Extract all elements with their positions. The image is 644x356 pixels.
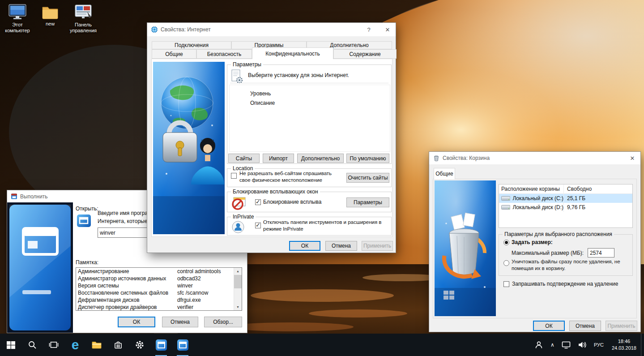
set-size-label: Задать размер: <box>512 239 553 245</box>
show-desktop-button[interactable] <box>641 334 644 356</box>
tab-general[interactable]: Общие <box>152 49 196 59</box>
hidden-icons-button[interactable]: ∧ <box>547 334 558 356</box>
run-ok-button[interactable]: ОК <box>118 317 155 327</box>
taskbar-app-window[interactable] <box>172 334 193 356</box>
desktop-icon-label: new <box>46 21 55 27</box>
advanced-button[interactable]: Дополнительно <box>297 154 344 163</box>
desktop-icon-new-folder[interactable]: new <box>38 4 63 27</box>
table-header[interactable]: Расположение корзины Свободно <box>499 184 632 194</box>
run-cancel-button[interactable]: Отмена <box>162 317 198 327</box>
zone-instruction: Выберите установку для зоны Интернет. <box>248 72 349 78</box>
tab-security[interactable]: Безопасность <box>196 49 252 59</box>
recycle-cancel-button[interactable]: Отмена <box>569 321 601 331</box>
internet-titlebar[interactable]: Свойства: Интернет ? ✕ <box>147 23 396 36</box>
tab-privacy[interactable]: Конфиденциальность <box>252 47 333 59</box>
run-window-title: Выполнить <box>20 193 48 200</box>
scroll-up-icon[interactable]: ▲ <box>234 268 242 275</box>
file-explorer-icon <box>91 340 102 349</box>
popup-settings-button[interactable]: Параметры <box>346 197 389 207</box>
disk-c-free: 25,1 ГБ <box>564 195 585 202</box>
import-button[interactable]: Импорт <box>263 154 294 163</box>
edge-button[interactable]: e <box>64 334 86 356</box>
delete-immediately-radio[interactable] <box>503 260 509 266</box>
popup-blocker-group: Блокирование всплывающих окон Блокирован… <box>227 192 392 212</box>
start-button[interactable] <box>0 334 21 356</box>
run-description-line1: Введите имя програм <box>98 210 151 216</box>
run-browse-button[interactable]: Обзор... <box>204 317 242 327</box>
clear-sites-button[interactable]: Очистить сайты <box>346 173 389 183</box>
inprivate-icon <box>231 220 246 234</box>
store-icon <box>114 340 123 349</box>
tab-general[interactable]: Общие <box>434 168 455 179</box>
control-panel-icon <box>74 4 93 21</box>
popup-blocker-checkbox[interactable] <box>255 199 261 205</box>
confirm-delete-checkbox[interactable] <box>503 281 509 287</box>
general-tab-page: Расположение корзины Свободно Локальный … <box>433 179 637 318</box>
column-location[interactable]: Расположение корзины <box>499 184 564 193</box>
memo-row[interactable]: Дефрагментация дисков dfrgui.exe <box>76 296 242 304</box>
recycle-art <box>435 180 496 316</box>
description-label: Описание <box>250 100 275 106</box>
group-label: Параметры <box>231 61 263 68</box>
default-button[interactable]: По умолчанию <box>346 154 389 163</box>
memo-row[interactable]: Версия системы winver <box>76 282 242 289</box>
internet-cancel-button[interactable]: Отмена <box>325 241 357 251</box>
tab-content[interactable]: Содержание <box>333 49 397 59</box>
memo-row[interactable]: Администратор источников данных odbcad32 <box>76 275 242 282</box>
network-button[interactable] <box>558 334 574 356</box>
max-size-label: Максимальный размер (МБ): <box>512 250 584 256</box>
gear-icon <box>135 340 145 350</box>
memo-row[interactable]: Восстановление системных файлов sfc /sca… <box>76 289 242 296</box>
chevron-up-icon: ∧ <box>550 342 554 348</box>
sites-button[interactable]: Сайты <box>228 154 260 163</box>
scroll-down-icon[interactable]: ▼ <box>234 304 242 310</box>
set-size-radio[interactable] <box>503 240 509 245</box>
run-command-input[interactable] <box>98 227 148 238</box>
disk-icon <box>501 196 510 201</box>
volume-button[interactable] <box>574 334 590 356</box>
network-icon <box>562 341 571 349</box>
max-size-input[interactable] <box>588 248 614 257</box>
internet-ok-button[interactable]: ОК <box>289 241 320 251</box>
help-button[interactable]: ? <box>361 23 377 36</box>
memo-row[interactable]: Администрирование control admintools <box>76 268 242 275</box>
speaker-icon <box>578 341 587 348</box>
desktop-icon-this-pc[interactable]: Этот компьютер <box>3 4 32 34</box>
search-button[interactable] <box>21 334 43 356</box>
recycle-apply-button[interactable]: Применить <box>606 321 637 331</box>
task-view-button[interactable] <box>43 334 64 356</box>
scrollbar-thumb[interactable] <box>234 275 242 288</box>
table-row-disk-d[interactable]: Локальный диск (D:) 9,76 ГБ <box>499 203 632 212</box>
language-indicator[interactable]: РУС <box>590 334 607 356</box>
run-memo-list[interactable]: Администрирование control admintools Адм… <box>76 267 242 311</box>
delete-immediately-label: Уничтожать файлы сразу после удаления, н… <box>512 258 629 272</box>
person-icon <box>534 340 543 349</box>
memo-row[interactable]: Диспетчер проверки драйверов verifier <box>76 304 242 311</box>
app-window-icon <box>177 339 188 351</box>
close-button[interactable]: ✕ <box>380 23 396 36</box>
run-description-icon <box>77 214 93 227</box>
people-button[interactable] <box>531 334 547 356</box>
settings-button[interactable] <box>129 334 150 356</box>
location-checkbox[interactable] <box>231 173 237 179</box>
inprivate-checkbox[interactable] <box>255 223 261 228</box>
divider <box>230 83 388 83</box>
recycle-locations-table[interactable]: Расположение корзины Свободно Локальный … <box>499 184 633 228</box>
recycle-titlebar[interactable]: Свойства: Корзина ✕ <box>429 152 640 164</box>
memo-scrollbar[interactable]: ▲ ▼ <box>234 268 242 310</box>
desktop-icon-control-panel[interactable]: Панель управления <box>65 4 101 34</box>
taskbar-app-run[interactable] <box>150 334 172 356</box>
group-label: InPrivate <box>231 214 256 220</box>
column-free[interactable]: Свободно <box>564 186 592 192</box>
size-settings-group: Параметры для выбранного расположения За… <box>499 234 633 276</box>
taskbar: e <box>0 334 644 356</box>
store-button[interactable] <box>107 334 129 356</box>
file-explorer-button[interactable] <box>86 334 107 356</box>
clock[interactable]: 18:46 24.03.2018 <box>607 338 641 352</box>
tab-connections[interactable]: Подключения <box>152 41 231 49</box>
disk-icon <box>501 205 510 210</box>
internet-apply-button[interactable]: Применить <box>362 241 393 251</box>
table-row-disk-c[interactable]: Локальный диск (C:) 25,1 ГБ <box>499 194 632 203</box>
recycle-ok-button[interactable]: ОК <box>533 321 565 331</box>
close-button[interactable]: ✕ <box>624 152 640 164</box>
